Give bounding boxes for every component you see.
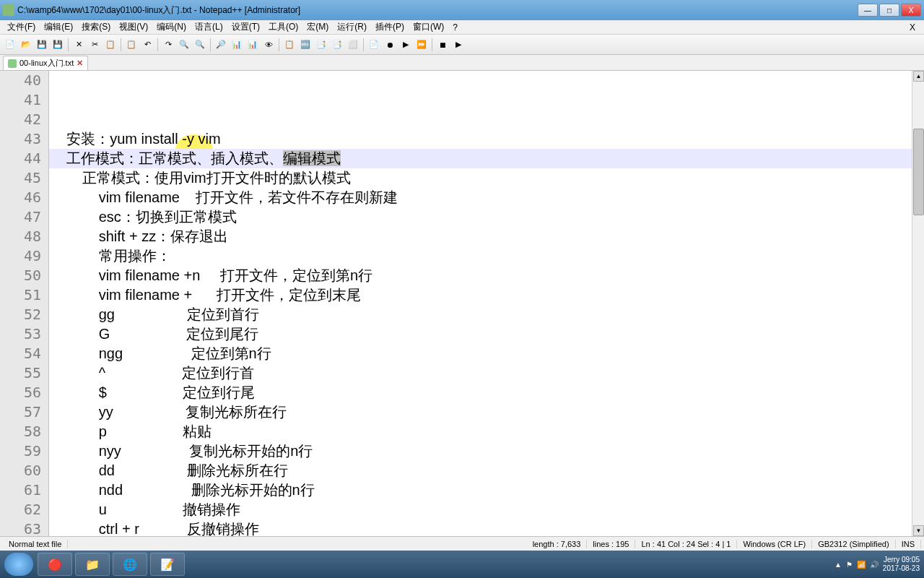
code-line[interactable]: 安装：yum install -y vim bbox=[49, 129, 912, 149]
line-number: 49 bbox=[0, 246, 41, 266]
code-line[interactable]: vim filename 打开文件，若文件不存在则新建 bbox=[49, 188, 912, 207]
code-line[interactable]: vim filename + 打开文件，定位到末尾 bbox=[49, 285, 912, 305]
toolbar-separator bbox=[121, 38, 121, 51]
tray-volume-icon[interactable]: 🔊 bbox=[870, 561, 879, 569]
toolbar-button[interactable]: ✕ bbox=[71, 38, 86, 52]
code-line[interactable]: dd 删除光标所在行 bbox=[49, 461, 912, 480]
close-button[interactable]: X bbox=[901, 4, 921, 17]
maximize-button[interactable]: □ bbox=[879, 4, 899, 17]
toolbar-button[interactable]: 🔤 bbox=[298, 38, 313, 52]
code-line[interactable]: ndd 删除光标开始的n行 bbox=[49, 480, 912, 500]
line-number: 62 bbox=[0, 500, 41, 519]
code-line[interactable]: ctrl + r 反撤销操作 bbox=[49, 519, 912, 536]
status-bar: Normal text file length : 7,633 lines : … bbox=[0, 536, 924, 551]
code-line[interactable]: p 粘贴 bbox=[49, 422, 912, 441]
code-line[interactable]: ngg 定位到第n行 bbox=[49, 344, 912, 363]
vertical-scrollbar[interactable]: ▲ ▼ bbox=[912, 71, 924, 536]
line-number: 60 bbox=[0, 461, 41, 480]
toolbar-button[interactable]: 👁 bbox=[261, 38, 276, 52]
menu-item[interactable]: 窗口(W) bbox=[409, 21, 448, 33]
line-number: 42 bbox=[0, 110, 41, 129]
menu-item[interactable]: 搜索(S) bbox=[77, 21, 115, 33]
code-line[interactable]: gg 定位到首行 bbox=[49, 305, 912, 324]
toolbar-button[interactable]: ▶ bbox=[398, 38, 413, 52]
toolbar-button[interactable]: ▶ bbox=[451, 38, 466, 52]
windows-taskbar: 🔴 📁 🌐 📝 ▲ ⚑ 📶 🔊 Jerry 09:05 2017-08-23 bbox=[0, 551, 924, 578]
tray-network-icon[interactable]: 📶 bbox=[857, 561, 866, 569]
toolbar-button[interactable]: 🔎 bbox=[214, 38, 228, 52]
code-line[interactable]: ^ 定位到行首 bbox=[49, 363, 912, 383]
taskbar-notepadpp[interactable]: 📝 bbox=[150, 553, 185, 576]
toolbar-button[interactable]: ⬜ bbox=[346, 38, 360, 52]
toolbar-button[interactable]: ⏺ bbox=[383, 38, 397, 52]
toolbar-button[interactable]: ↶ bbox=[140, 38, 154, 52]
toolbar-button[interactable]: 📄 bbox=[3, 38, 17, 52]
menu-item[interactable]: 编码(N) bbox=[152, 21, 191, 33]
code-line[interactable]: 工作模式：正常模式、插入模式、编辑模式 bbox=[49, 149, 912, 168]
menu-item[interactable]: ? bbox=[448, 22, 462, 33]
menu-item[interactable]: 设置(T) bbox=[227, 21, 264, 33]
start-button[interactable] bbox=[4, 553, 33, 576]
toolbar-button[interactable]: 📑 bbox=[314, 38, 328, 52]
toolbar-button[interactable]: 📊 bbox=[245, 38, 260, 52]
menu-item[interactable]: 工具(O) bbox=[264, 21, 302, 33]
scroll-thumb[interactable] bbox=[913, 129, 924, 215]
line-number: 45 bbox=[0, 168, 41, 188]
code-line[interactable]: 常用操作： bbox=[49, 246, 912, 266]
menu-item[interactable]: 编辑(E) bbox=[40, 21, 77, 33]
tab-close-icon[interactable]: ✕ bbox=[77, 59, 83, 68]
system-tray: ▲ ⚑ 📶 🔊 Jerry 09:05 2017-08-23 bbox=[834, 556, 920, 573]
toolbar-button[interactable]: ↷ bbox=[161, 38, 175, 52]
line-number: 56 bbox=[0, 383, 41, 402]
menu-item[interactable]: 视图(V) bbox=[115, 21, 152, 33]
code-line[interactable]: 正常模式：使用vim打开文件时的默认模式 bbox=[49, 168, 912, 188]
code-line[interactable]: $ 定位到行尾 bbox=[49, 383, 912, 402]
toolbar-button[interactable]: ⏩ bbox=[414, 38, 429, 52]
code-line[interactable]: G 定位到尾行 bbox=[49, 324, 912, 344]
tray-clock[interactable]: Jerry 09:05 2017-08-23 bbox=[883, 556, 920, 573]
code-line[interactable]: shift + zz：保存退出 bbox=[49, 227, 912, 246]
menu-item[interactable]: 语言(L) bbox=[191, 21, 227, 33]
toolbar-button[interactable]: 📋 bbox=[282, 38, 297, 52]
menu-item[interactable]: 运行(R) bbox=[333, 21, 371, 33]
tray-up-icon[interactable]: ▲ bbox=[834, 561, 842, 569]
document-tab[interactable]: 00-linux入门.txt ✕ bbox=[3, 56, 88, 70]
toolbar-button[interactable]: 🔍 bbox=[193, 38, 207, 52]
toolbar-button[interactable]: 💾 bbox=[35, 38, 49, 52]
editor-area: 4041424344454647484950515253545556575859… bbox=[0, 71, 924, 536]
status-length: length : 7,633 bbox=[527, 540, 588, 548]
scroll-down-arrow[interactable]: ▼ bbox=[913, 525, 924, 536]
taskbar-app-1[interactable]: 🔴 bbox=[38, 553, 72, 576]
toolbar-button[interactable]: 📑 bbox=[330, 38, 344, 52]
toolbar-button[interactable]: 📋 bbox=[124, 38, 139, 52]
toolbar-button[interactable]: 📋 bbox=[103, 38, 118, 52]
minimize-button[interactable]: — bbox=[858, 4, 878, 17]
toolbar-button[interactable]: 💾 bbox=[51, 38, 65, 52]
menu-item[interactable]: 插件(P) bbox=[371, 21, 409, 33]
menu-item[interactable]: 文件(F) bbox=[3, 21, 40, 33]
line-number: 40 bbox=[0, 71, 41, 90]
code-line[interactable]: esc：切换到正常模式 bbox=[49, 207, 912, 227]
toolbar-button[interactable]: ⏹ bbox=[435, 38, 450, 52]
toolbar-button[interactable]: ✂ bbox=[87, 38, 102, 52]
status-insert-mode: INS bbox=[896, 540, 921, 548]
tray-flag-icon[interactable]: ⚑ bbox=[846, 561, 853, 569]
code-line[interactable]: u 撤销操作 bbox=[49, 500, 912, 519]
code-area[interactable]: 安装：yum install -y vim 工作模式：正常模式、插入模式、编辑模… bbox=[49, 71, 912, 536]
toolbar-button[interactable]: 📄 bbox=[367, 38, 381, 52]
toolbar-separator bbox=[432, 38, 432, 51]
line-number: 54 bbox=[0, 344, 41, 363]
menu-close-doc[interactable]: X bbox=[904, 22, 921, 33]
menu-item[interactable]: 宏(M) bbox=[302, 21, 333, 33]
code-line[interactable]: vim filename +n 打开文件，定位到第n行 bbox=[49, 266, 912, 285]
toolbar-button[interactable]: 📂 bbox=[19, 38, 33, 52]
taskbar-chrome[interactable]: 🌐 bbox=[113, 553, 147, 576]
scroll-up-arrow[interactable]: ▲ bbox=[913, 71, 924, 82]
toolbar-button[interactable]: 📊 bbox=[230, 38, 244, 52]
line-number: 59 bbox=[0, 441, 41, 461]
code-line[interactable]: nyy 复制光标开始的n行 bbox=[49, 441, 912, 461]
taskbar-explorer[interactable]: 📁 bbox=[75, 553, 110, 576]
line-number: 53 bbox=[0, 324, 41, 344]
code-line[interactable]: yy 复制光标所在行 bbox=[49, 402, 912, 422]
toolbar-button[interactable]: 🔍 bbox=[177, 38, 191, 52]
